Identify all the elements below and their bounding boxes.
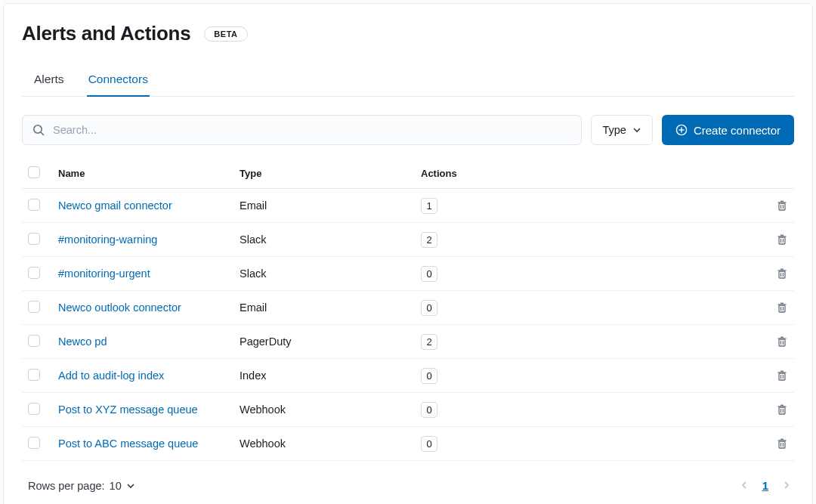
row-checkbox[interactable]: [28, 437, 40, 449]
actions-count: 1: [421, 198, 437, 214]
alerts-and-actions-panel: Alerts and Actions BETA Alerts Connector…: [3, 3, 813, 504]
trash-icon: [776, 199, 788, 212]
search-icon: [32, 124, 45, 136]
svg-rect-25: [779, 339, 785, 346]
trash-icon: [776, 301, 788, 314]
column-header-actions[interactable]: Actions: [415, 159, 761, 189]
delete-row-button[interactable]: [773, 298, 791, 317]
row-checkbox[interactable]: [28, 199, 40, 211]
row-checkbox[interactable]: [28, 403, 40, 415]
delete-row-button[interactable]: [773, 264, 791, 283]
connector-type-cell: Email: [233, 189, 415, 223]
connector-name-link[interactable]: #monitoring-urgent: [58, 267, 150, 280]
connector-name-link[interactable]: Newco outlook connector: [58, 301, 181, 314]
rows-per-page-selector[interactable]: Rows per page: 10: [28, 480, 135, 492]
pagination-current-page[interactable]: 1: [762, 479, 768, 492]
search-wrap: [22, 115, 582, 145]
column-header-row-actions: [761, 159, 794, 189]
actions-count: 2: [421, 232, 437, 248]
connector-type-cell: Slack: [233, 257, 415, 291]
actions-count: 0: [421, 436, 437, 452]
svg-line-1: [41, 132, 44, 135]
svg-rect-40: [779, 441, 785, 448]
delete-row-button[interactable]: [773, 366, 791, 385]
svg-rect-35: [779, 407, 785, 414]
row-checkbox[interactable]: [28, 267, 40, 279]
controls-row: Type Create connector: [22, 115, 794, 145]
trash-icon: [776, 335, 788, 348]
chevron-left-icon: [740, 481, 749, 490]
table-row: #monitoring-warningSlack2: [22, 223, 794, 257]
row-checkbox[interactable]: [28, 301, 40, 313]
connector-name-link[interactable]: Newco pd: [58, 335, 107, 348]
column-header-name[interactable]: Name: [52, 159, 233, 189]
connector-type-cell: Index: [233, 359, 415, 393]
table-row: Newco gmail connectorEmail1: [22, 189, 794, 223]
connector-type-cell: PagerDuty: [233, 325, 415, 359]
table-row: Newco outlook connectorEmail0: [22, 291, 794, 325]
pagination-next[interactable]: [779, 476, 794, 495]
delete-row-button[interactable]: [773, 434, 791, 453]
svg-point-0: [34, 125, 42, 133]
connector-type-cell: Email: [233, 291, 415, 325]
svg-rect-5: [779, 203, 785, 210]
delete-row-button[interactable]: [773, 332, 791, 351]
delete-row-button[interactable]: [773, 196, 791, 215]
actions-count: 0: [421, 300, 437, 316]
actions-count: 0: [421, 402, 437, 418]
table-footer: Rows per page: 10 1: [22, 476, 794, 495]
trash-icon: [776, 404, 788, 416]
connector-name-link[interactable]: #monitoring-warning: [58, 233, 157, 246]
tab-connectors[interactable]: Connectors: [87, 65, 150, 97]
column-header-type[interactable]: Type: [233, 159, 415, 189]
table-row: Post to ABC message queueWebhook0: [22, 427, 794, 461]
delete-row-button[interactable]: [773, 400, 791, 419]
trash-icon: [776, 267, 788, 280]
page-title: Alerts and Actions: [22, 22, 190, 45]
type-filter-label: Type: [602, 124, 626, 136]
connector-type-cell: Slack: [233, 223, 415, 257]
connector-type-cell: Webhook: [233, 427, 415, 461]
svg-rect-30: [779, 373, 785, 380]
svg-rect-10: [779, 237, 785, 244]
trash-icon: [776, 233, 788, 246]
connector-name-link[interactable]: Post to XYZ message queue: [58, 404, 198, 416]
row-checkbox[interactable]: [28, 335, 40, 347]
create-connector-button[interactable]: Create connector: [662, 115, 794, 145]
table-row: Newco pdPagerDuty2: [22, 325, 794, 359]
select-all-checkbox[interactable]: [28, 166, 40, 178]
column-header-select: [22, 159, 52, 189]
row-checkbox[interactable]: [28, 369, 40, 381]
row-checkbox[interactable]: [28, 233, 40, 245]
connector-name-link[interactable]: Post to ABC message queue: [58, 438, 198, 450]
type-filter-button[interactable]: Type: [591, 115, 652, 145]
connector-name-link[interactable]: Newco gmail connector: [58, 199, 172, 212]
beta-badge: BETA: [204, 26, 247, 42]
table-row: #monitoring-urgentSlack0: [22, 257, 794, 291]
plus-circle-icon: [675, 124, 688, 136]
table-row: Post to XYZ message queueWebhook0: [22, 393, 794, 427]
tabs: Alerts Connectors: [22, 65, 794, 97]
svg-rect-15: [779, 271, 785, 278]
tab-alerts[interactable]: Alerts: [32, 65, 66, 97]
pagination-prev[interactable]: [737, 476, 752, 495]
connectors-table: Name Type Actions Newco gmail connectorE…: [22, 159, 794, 461]
connector-type-cell: Webhook: [233, 393, 415, 427]
chevron-down-icon: [632, 125, 641, 135]
trash-icon: [776, 369, 788, 382]
trash-icon: [776, 438, 788, 450]
search-input[interactable]: [22, 115, 582, 145]
svg-rect-20: [779, 305, 785, 312]
actions-count: 0: [421, 368, 437, 384]
delete-row-button[interactable]: [773, 230, 791, 249]
chevron-right-icon: [782, 481, 791, 490]
actions-count: 2: [421, 334, 437, 350]
pagination: 1: [737, 476, 794, 495]
table-row: Add to audit-log indexIndex0: [22, 359, 794, 393]
rows-per-page-value: 10: [110, 480, 122, 492]
create-connector-label: Create connector: [694, 124, 780, 137]
rows-per-page-label: Rows per page:: [28, 480, 105, 492]
chevron-down-icon: [126, 481, 135, 490]
page-header: Alerts and Actions BETA: [22, 22, 794, 45]
connector-name-link[interactable]: Add to audit-log index: [58, 369, 164, 382]
